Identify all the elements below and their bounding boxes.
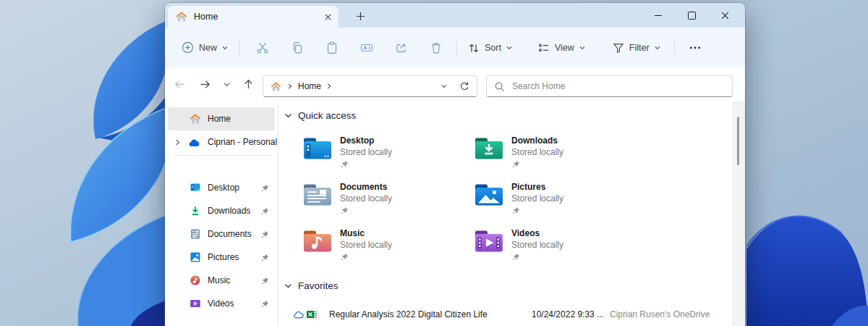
sidebar-item-onedrive[interactable]: Ciprian - Personal xyxy=(168,130,275,154)
sidebar-item-label: Desktop xyxy=(208,183,239,193)
paste-button[interactable] xyxy=(320,36,344,59)
home-icon xyxy=(176,11,187,22)
quick-access-header[interactable]: Quick access xyxy=(284,110,356,121)
tile-status: Stored locally xyxy=(340,239,392,251)
sidebar-item-documents[interactable]: Documents xyxy=(168,222,275,246)
recent-locations-button[interactable] xyxy=(216,75,237,95)
explorer-body: Home Ciprian - Personal xyxy=(165,101,745,326)
address-bar-row: Home xyxy=(165,67,745,101)
sidebar-item-label: Home xyxy=(208,114,231,124)
view-button[interactable]: View xyxy=(532,35,592,60)
minimize-button[interactable] xyxy=(644,3,673,28)
up-button[interactable] xyxy=(238,75,258,95)
breadcrumb-home[interactable]: Home xyxy=(298,81,321,91)
videos-icon xyxy=(190,298,201,309)
address-bar[interactable]: Home xyxy=(263,75,477,97)
tile-pictures[interactable]: Pictures Stored locally xyxy=(474,181,645,227)
rename-button[interactable] xyxy=(355,36,378,59)
tile-downloads[interactable]: Downloads Stored locally xyxy=(474,135,645,181)
sidebar-item-label: Pictures xyxy=(208,252,239,262)
sidebar-item-pictures[interactable]: Pictures xyxy=(168,246,275,269)
breadcrumb-separator-icon xyxy=(286,83,294,90)
section-title: Quick access xyxy=(298,110,356,121)
back-button[interactable] xyxy=(169,75,190,95)
breadcrumb-separator-icon[interactable] xyxy=(326,83,333,90)
pin-icon xyxy=(261,254,269,262)
pin-icon xyxy=(341,160,392,168)
close-button[interactable] xyxy=(710,3,739,28)
filter-icon xyxy=(612,41,625,54)
share-icon xyxy=(394,41,409,55)
tab-close-button[interactable] xyxy=(323,12,333,22)
tile-desktop[interactable]: Desktop Stored locally xyxy=(302,135,474,181)
pin-icon xyxy=(261,300,269,308)
toolbar-divider xyxy=(674,40,675,56)
scrollbar-thumb[interactable] xyxy=(737,117,739,165)
address-dropdown-button[interactable] xyxy=(440,82,448,91)
documents-folder-icon xyxy=(302,183,333,207)
tile-music[interactable]: Music Stored locally xyxy=(302,227,474,274)
delete-button[interactable] xyxy=(425,36,448,59)
tile-name: Videos xyxy=(511,228,563,239)
home-icon xyxy=(190,113,201,125)
tab-title: Home xyxy=(194,12,218,22)
scrollbar-track[interactable] xyxy=(732,101,745,326)
chevron-down-icon xyxy=(506,44,513,51)
forward-button[interactable] xyxy=(195,75,215,95)
chevron-collapse-icon[interactable] xyxy=(284,281,293,291)
pictures-folder-icon xyxy=(474,183,504,207)
favorites-header[interactable]: Favorites xyxy=(284,280,339,291)
toolbar-divider xyxy=(456,40,457,56)
sidebar-item-videos[interactable]: Videos xyxy=(168,292,275,315)
tile-name: Documents xyxy=(340,182,392,193)
section-title: Favorites xyxy=(298,280,339,291)
cut-icon xyxy=(255,41,270,55)
tab-home[interactable]: Home xyxy=(168,6,339,28)
tile-status: Stored locally xyxy=(511,146,563,158)
search-box xyxy=(486,75,733,97)
sort-button[interactable]: Sort xyxy=(461,35,519,60)
search-input[interactable] xyxy=(511,80,732,92)
tile-name: Desktop xyxy=(340,135,392,146)
chevron-right-icon[interactable] xyxy=(174,138,182,146)
content-pane: Quick access xyxy=(278,101,732,326)
sidebar-item-home[interactable]: Home xyxy=(168,107,275,130)
filter-button-label: Filter xyxy=(629,43,650,53)
new-button[interactable]: New xyxy=(175,35,234,60)
cut-button[interactable] xyxy=(251,36,274,59)
sidebar-item-music[interactable]: Music xyxy=(168,269,275,292)
new-tab-button[interactable] xyxy=(350,7,370,25)
copy-button[interactable] xyxy=(286,36,309,59)
pin-icon xyxy=(261,184,269,192)
tile-videos[interactable]: Videos Stored locally xyxy=(474,227,645,274)
navigation-pane: Home Ciprian - Personal xyxy=(165,101,278,326)
up-icon xyxy=(242,78,255,91)
pin-icon xyxy=(512,160,563,168)
pin-icon xyxy=(261,277,269,285)
refresh-button[interactable] xyxy=(459,81,469,92)
more-options-button[interactable] xyxy=(684,36,707,59)
share-button[interactable] xyxy=(390,36,413,59)
sidebar-item-downloads[interactable]: Downloads xyxy=(168,199,275,222)
pin-icon xyxy=(512,253,563,261)
refresh-icon xyxy=(459,81,469,92)
filter-button[interactable]: Filter xyxy=(606,35,667,60)
close-icon xyxy=(721,12,729,20)
sidebar-item-desktop[interactable]: Desktop xyxy=(168,176,275,199)
tile-name: Music xyxy=(340,228,392,239)
desktop-folder-icon xyxy=(302,136,333,161)
chevron-collapse-icon[interactable] xyxy=(284,111,293,120)
sort-icon xyxy=(467,41,480,54)
window-controls xyxy=(644,3,739,28)
desktop-icon xyxy=(190,182,201,193)
downloads-folder-icon xyxy=(474,136,504,161)
favorite-file-row[interactable]: Regular Analysis 2022 Digital Citizen Li… xyxy=(278,305,732,324)
downloads-icon xyxy=(190,205,201,217)
pin-icon xyxy=(512,206,563,214)
tile-status: Stored locally xyxy=(340,193,392,204)
tile-documents[interactable]: Documents Stored locally xyxy=(302,181,474,227)
music-folder-icon xyxy=(302,229,333,254)
maximize-button[interactable] xyxy=(677,3,706,28)
desktop: Home New xyxy=(0,0,868,326)
paste-icon xyxy=(325,41,339,55)
